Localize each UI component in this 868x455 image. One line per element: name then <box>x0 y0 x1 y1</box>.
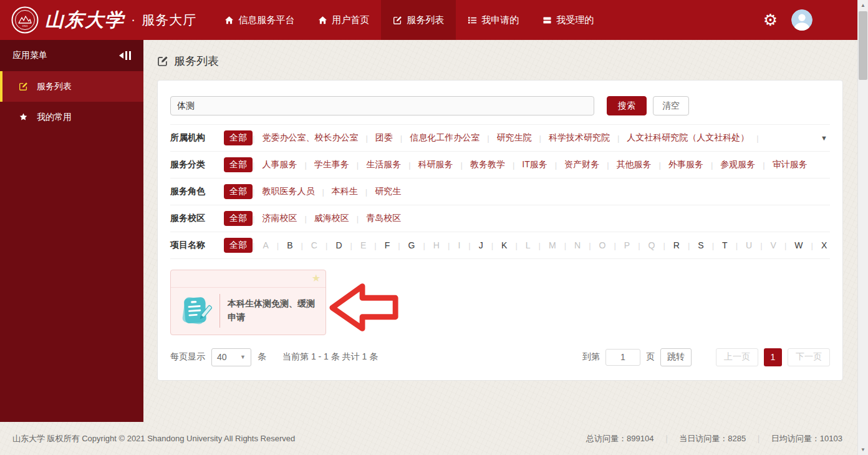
filter-option[interactable]: 其他服务 <box>609 159 659 170</box>
filter-option[interactable]: R <box>665 240 688 250</box>
filter-row: 服务角色全部|教职医务人员|本科生|研究生 <box>170 179 830 205</box>
filter-all-badge[interactable]: 全部 <box>224 157 253 172</box>
svg-text:1901: 1901 <box>22 24 29 27</box>
nav-item[interactable]: 用户首页 <box>306 0 381 40</box>
sidebar-item[interactable]: 服务列表 <box>0 71 143 102</box>
filter-option: A <box>254 240 276 250</box>
filter-all-badge[interactable]: 全部 <box>224 238 253 253</box>
filter-all-badge[interactable]: 全部 <box>224 184 253 199</box>
filter-option: M <box>541 240 564 250</box>
home-icon <box>224 16 234 25</box>
filter-option[interactable]: 外事服务 <box>661 159 711 170</box>
filter-option[interactable]: 研究生院 <box>489 132 539 144</box>
per-page-select[interactable]: 40 ▼ <box>211 348 251 366</box>
goto-page-input[interactable] <box>605 349 640 366</box>
nav-item-label: 服务列表 <box>407 14 444 26</box>
service-card[interactable]: ★本科生体测免测、缓测申请 <box>170 270 326 335</box>
filter-option[interactable]: 研究生 <box>367 186 408 197</box>
filter-option[interactable]: B <box>279 240 301 250</box>
nav-item[interactable]: 我申请的 <box>456 0 531 40</box>
prev-page-button: 上一页 <box>716 348 758 366</box>
current-page-button[interactable]: 1 <box>764 348 782 366</box>
filter-all-badge[interactable]: 全部 <box>224 130 253 145</box>
sidebar-item[interactable]: 我的常用 <box>0 102 143 132</box>
sidebar-items: 服务列表我的常用 <box>0 71 143 132</box>
filter-option[interactable]: 生活服务 <box>359 159 408 170</box>
star-favorite-icon[interactable]: ★ <box>312 272 321 284</box>
sidebar-title: 应用菜单 <box>12 50 47 61</box>
nav-item[interactable]: 信息服务平台 <box>213 0 306 40</box>
filter-all-badge[interactable]: 全部 <box>224 211 253 226</box>
filter-option[interactable]: 济南校区 <box>254 213 304 224</box>
filter-option: O <box>591 240 614 250</box>
footer: 山东大学 版权所有 Copyright © 2021 Shandong Univ… <box>0 422 857 455</box>
filter-option[interactable]: W <box>786 240 811 250</box>
filter-option[interactable]: F <box>377 240 398 250</box>
topbar: 1901 山东大学 · 服务大厅 信息服务平台用户首页服务列表我申请的我受理的 … <box>0 0 857 40</box>
service-hall-page: 1901 山东大学 · 服务大厅 信息服务平台用户首页服务列表我申请的我受理的 … <box>0 0 868 455</box>
scroll-up-icon[interactable]: ▲ <box>858 0 868 11</box>
filter-option: U <box>738 240 760 250</box>
next-page-button: 下一页 <box>788 348 830 366</box>
filter-option[interactable]: X <box>813 240 830 250</box>
filter-option[interactable]: IT服务 <box>514 159 554 170</box>
filter-option[interactable]: 科学技术研究院 <box>541 132 617 144</box>
filter-option[interactable]: T <box>714 240 736 250</box>
user-avatar[interactable] <box>791 9 813 31</box>
collapse-sidebar-icon[interactable] <box>119 51 131 60</box>
filter-label: 服务分类 <box>170 159 214 170</box>
filter-option[interactable]: 资产财务 <box>557 159 607 170</box>
filter-option[interactable]: 参观服务 <box>713 159 763 170</box>
per-page-value: 40 <box>217 352 227 362</box>
filter-option: N <box>566 240 589 250</box>
sidebar: 应用菜单 服务列表我的常用 <box>0 40 143 422</box>
option-separator: | <box>756 134 758 143</box>
filter-option[interactable]: 教务教学 <box>463 159 513 170</box>
filter-option[interactable]: K <box>493 240 515 250</box>
filter-option[interactable]: 人事服务 <box>254 159 304 170</box>
nav-item[interactable]: 服务列表 <box>381 0 456 40</box>
filter-option[interactable]: 审计服务 <box>765 159 815 170</box>
filter-row: 服务校区全部|济南校区|威海校区|青岛校区 <box>170 205 830 232</box>
filter-option[interactable]: 信息化工作办公室 <box>402 132 487 144</box>
brand[interactable]: 1901 山东大学 · 服务大厅 <box>11 6 196 34</box>
scrollbar-thumb[interactable] <box>859 11 867 80</box>
filter-option[interactable]: S <box>690 240 711 250</box>
sidebar-item-label: 我的常用 <box>37 112 72 123</box>
page-unit-label: 页 <box>646 351 655 363</box>
filter-option[interactable]: 人文社科研究院（人文社科处） <box>619 132 756 144</box>
filter-option[interactable]: D <box>327 240 350 250</box>
filter-option[interactable]: 青岛校区 <box>359 213 408 224</box>
filter-option: H <box>425 240 448 250</box>
service-card-body: 本科生体测免测、缓测申请 <box>171 288 326 334</box>
filter-rows: 所属机构全部|党委办公室、校长办公室|团委|信息化工作办公室|研究生院|科学技术… <box>170 124 830 259</box>
sdu-seal-logo: 1901 <box>11 6 39 34</box>
filter-option[interactable]: G <box>400 240 423 250</box>
nav-item-label: 用户首页 <box>332 14 369 26</box>
expander-arrow-icon[interactable]: ▼ <box>821 134 827 142</box>
nav-item-label: 信息服务平台 <box>238 14 294 26</box>
gear-icon[interactable]: ⚙ <box>763 12 778 28</box>
filter-option: Q <box>640 240 663 250</box>
jump-button[interactable]: 跳转 <box>660 348 692 366</box>
pagination: 每页显示 40 ▼ 条 当前第 1 - 1 条 共计 1 条 到第 页 跳转 上… <box>170 348 830 366</box>
filter-option[interactable]: 党委办公室、校长办公室 <box>254 132 365 144</box>
filter-option[interactable]: 威海校区 <box>307 213 357 224</box>
stat-value: 8285 <box>728 434 746 443</box>
clear-button[interactable]: 清空 <box>653 96 689 115</box>
hand-drawn-arrow-left <box>328 281 400 337</box>
filter-option[interactable]: 本科生 <box>324 186 365 197</box>
filter-option[interactable]: 团委 <box>368 132 400 144</box>
filter-label: 项目名称 <box>170 240 214 251</box>
stat-separator: ｜ <box>662 433 670 444</box>
search-input[interactable] <box>170 96 594 115</box>
filter-option[interactable]: 学生事务 <box>307 159 357 170</box>
nav-item[interactable]: 我受理的 <box>531 0 605 40</box>
search-button[interactable]: 搜索 <box>607 96 647 115</box>
scroll-down-icon[interactable]: ▼ <box>858 444 868 455</box>
visit-stat: 总访问量：899104 <box>586 433 653 444</box>
filter-option[interactable]: J <box>471 240 491 250</box>
filter-option[interactable]: 科研服务 <box>411 159 461 170</box>
visit-stat: 当日访问量：8285 <box>679 433 746 444</box>
filter-option[interactable]: 教职医务人员 <box>254 186 322 197</box>
